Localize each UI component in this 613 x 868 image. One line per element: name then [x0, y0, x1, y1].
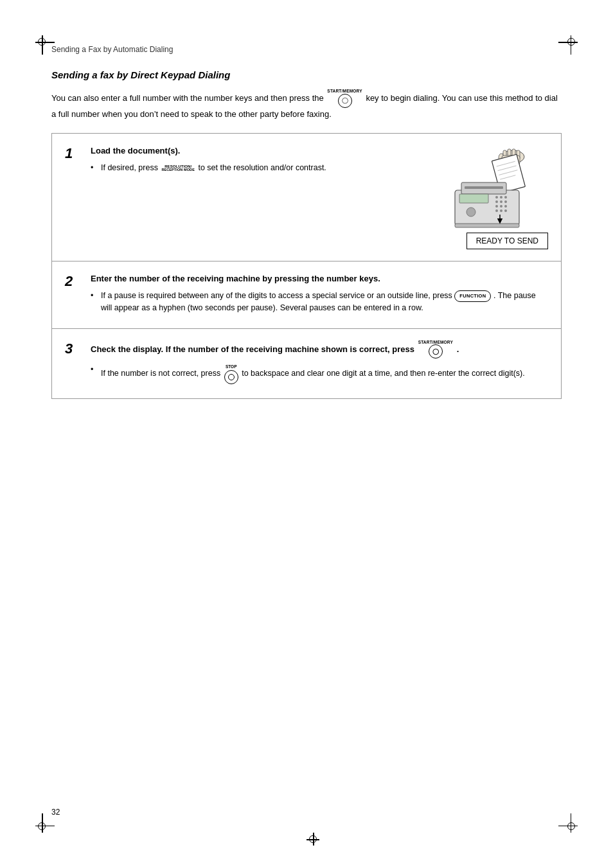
svg-point-24 — [504, 205, 507, 208]
resolution-reception-key: RESOLUTION/ RECEPTION MODE — [161, 164, 195, 172]
svg-point-25 — [495, 209, 498, 212]
svg-point-21 — [504, 200, 507, 203]
intro-text1: You can also enter a full number with th… — [51, 93, 324, 103]
page-number: 32 — [51, 808, 60, 817]
function-key: FUNCTION — [454, 290, 491, 301]
fax-machine-svg — [452, 145, 548, 229]
step-2-bullet-text: If a pause is required between any of th… — [101, 290, 548, 314]
step-3-number: 3 — [65, 341, 80, 387]
svg-point-19 — [495, 200, 498, 203]
step-2-body: If a pause is required between any of th… — [91, 290, 548, 314]
step-3: 3 Check the display. If the number of th… — [52, 329, 561, 398]
svg-point-22 — [495, 205, 498, 208]
step-1-bullet: If desired, press RESOLUTION/ RECEPTION … — [91, 162, 432, 174]
stop-key: STOP — [224, 364, 238, 384]
step-1-inner: Load the document(s). If desired, press … — [91, 145, 548, 249]
svg-point-28 — [466, 208, 475, 217]
step-2-number: 2 — [65, 273, 80, 317]
svg-point-17 — [500, 196, 502, 199]
svg-point-16 — [495, 196, 498, 199]
svg-point-27 — [504, 209, 507, 212]
stop-circle — [224, 370, 238, 384]
step-2-content: Enter the number of the receiving machin… — [91, 273, 548, 317]
step-1-content: Load the document(s). If desired, press … — [91, 145, 548, 249]
fax-illustration: READY TO SEND — [445, 145, 548, 249]
svg-rect-15 — [459, 194, 488, 203]
step-3-body: If the number is not correct, press STOP… — [91, 364, 548, 384]
steps-container: 1 Load the document(s). If desired, pres… — [51, 133, 562, 399]
svg-rect-14 — [465, 186, 503, 189]
step-2-bullet: If a pause is required between any of th… — [91, 290, 548, 314]
svg-point-20 — [500, 200, 502, 203]
start-memory-key-step3: START/MEMORY ◯ — [418, 341, 453, 359]
breadcrumb: Sending a Fax by Automatic Dialing — [51, 45, 562, 54]
step-3-content: Check the display. If the number of the … — [91, 341, 548, 387]
step-3-title: Check the display. If the number of the … — [91, 341, 548, 359]
step-2: 2 Enter the number of the receiving mach… — [52, 261, 561, 329]
start-memory-key-intro: START/MEMORY ◯ — [327, 89, 362, 108]
step-1-body: If desired, press RESOLUTION/ RECEPTION … — [91, 162, 432, 174]
step-2-title: Enter the number of the receiving machin… — [91, 273, 548, 285]
step-1-number: 1 — [65, 145, 80, 249]
svg-point-18 — [504, 196, 507, 199]
step-1-bullet-text: If desired, press RESOLUTION/ RECEPTION … — [101, 162, 326, 174]
step-1-text: Load the document(s). If desired, press … — [91, 145, 432, 249]
page-content: Sending a Fax by Automatic Dialing Sendi… — [0, 0, 613, 868]
ready-to-send-display: READY TO SEND — [466, 233, 548, 249]
svg-rect-29 — [455, 224, 519, 227]
step-3-bullet-text: If the number is not correct, press STOP… — [101, 364, 525, 384]
start-memory-label: START/MEMORY — [327, 89, 362, 94]
start-memory-circle-step3: ◯ — [429, 344, 443, 359]
step-1: 1 Load the document(s). If desired, pres… — [52, 134, 561, 261]
svg-point-23 — [500, 205, 502, 208]
intro-paragraph: You can also enter a full number with th… — [51, 89, 562, 120]
svg-point-26 — [500, 209, 502, 212]
start-memory-circle: ◯ — [338, 94, 352, 108]
step-3-bullet: If the number is not correct, press STOP… — [91, 364, 548, 384]
step-1-title: Load the document(s). — [91, 145, 432, 157]
section-title: Sending a fax by Direct Keypad Dialing — [51, 69, 562, 80]
